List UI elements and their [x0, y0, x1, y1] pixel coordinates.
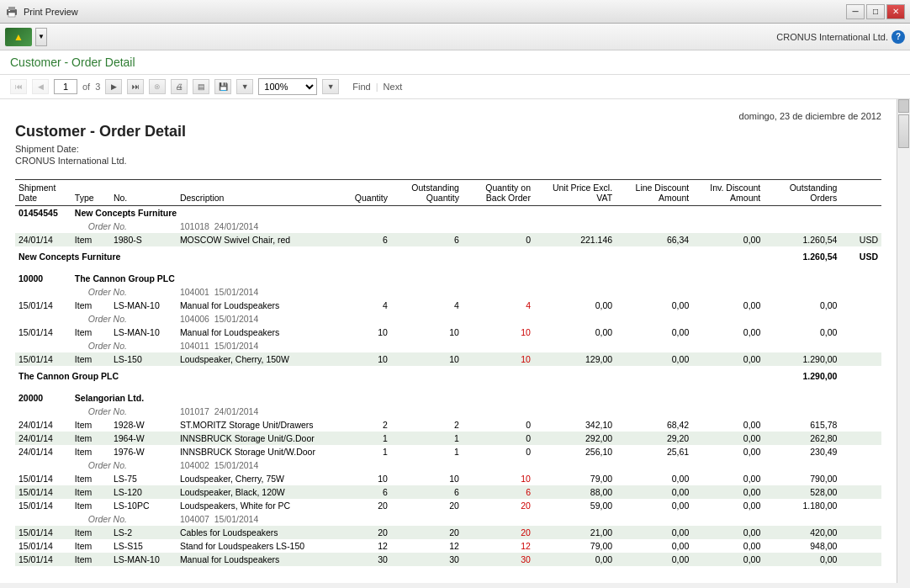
item-no: 1980-S	[110, 233, 177, 246]
content-scroll[interactable]: domingo, 23 de diciembre de 2012 Custome…	[0, 99, 897, 583]
item-outstanding: 528,00	[764, 485, 840, 499]
item-outstanding: 0,00	[764, 326, 840, 339]
item-outstanding: 262,80	[764, 432, 840, 445]
table-row: 15/01/14 Item LS-S15 Stand for Loudspeak…	[15, 539, 881, 553]
title-bar-title: Print Preview	[24, 7, 78, 17]
item-date: 15/01/14	[15, 299, 71, 312]
order-info: 101017 24/01/2014	[177, 405, 881, 418]
item-line-disc: 0,00	[616, 499, 692, 512]
item-date: 24/01/14	[15, 445, 71, 458]
first-page-button[interactable]: ⏮	[10, 79, 27, 94]
item-date: 15/01/14	[15, 485, 71, 499]
item-line-disc: 0,00	[616, 553, 692, 566]
item-unit-price: 0,00	[534, 299, 616, 312]
customer-name: New Concepts Furniture	[71, 206, 881, 220]
table-row: 10000 The Cannon Group PLC	[15, 272, 881, 285]
toolbar-dropdown-button[interactable]: ▼	[35, 28, 47, 46]
item-inv-disc: 0,00	[692, 445, 764, 458]
item-type: Item	[71, 352, 110, 366]
maximize-button[interactable]: □	[866, 4, 885, 19]
item-inv-disc: 0,00	[692, 233, 764, 246]
prev-page-button[interactable]: ◀	[32, 79, 49, 94]
item-desc: Loudspeaker, Cherry, 75W	[177, 472, 335, 485]
item-unit-price: 0,00	[534, 326, 616, 339]
svg-rect-2	[8, 13, 15, 17]
item-inv-disc: 0,00	[692, 472, 764, 485]
print-button[interactable]: 🖨	[171, 79, 188, 94]
item-backorder: 10	[463, 352, 534, 366]
report-title: Customer - Order Detail	[15, 123, 881, 140]
order-info: 104011 15/01/2014	[177, 339, 881, 352]
last-page-button[interactable]: ⏭	[127, 79, 144, 94]
item-out-qty: 10	[391, 326, 463, 339]
item-qty: 10	[335, 352, 391, 366]
order-label	[15, 458, 71, 472]
item-currency	[840, 445, 881, 458]
item-line-disc: 0,00	[616, 526, 692, 539]
item-inv-disc: 0,00	[692, 418, 764, 432]
item-out-qty: 6	[391, 233, 463, 246]
item-currency	[840, 526, 881, 539]
item-no: LS-120	[110, 485, 177, 499]
subtotal-currency: USD	[840, 250, 881, 263]
item-backorder: 4	[463, 299, 534, 312]
item-outstanding: 1.180,00	[764, 499, 840, 512]
item-desc: Manual for Loudspeakers	[177, 553, 335, 566]
nav-bar: ⏮ ◀ of 3 ▶ ⏭ ⊗ 🖨 ▤ 💾 ▼ 100% 75% 150% ▼ F…	[0, 75, 910, 99]
current-page-input[interactable]	[54, 79, 77, 94]
table-row: 01454545 New Concepts Furniture	[15, 206, 881, 220]
zoom-select[interactable]: 100% 75% 150%	[258, 78, 317, 95]
order-info: 104001 15/01/2014	[177, 285, 881, 299]
page-title: Customer - Order Detail	[10, 56, 135, 69]
order-info: 104007 15/01/2014	[177, 512, 881, 526]
more-button[interactable]: ▼	[236, 79, 253, 94]
stop-button[interactable]: ⊗	[149, 79, 166, 94]
order-label	[15, 405, 71, 418]
item-type: Item	[71, 526, 110, 539]
close-button[interactable]: ✕	[886, 4, 905, 19]
export-button[interactable]: 💾	[214, 79, 231, 94]
table-row: 15/01/14 Item LS-MAN-10 Manual for Louds…	[15, 299, 881, 312]
table-row: 15/01/14 Item LS-10PC Loudspeakers, Whit…	[15, 499, 881, 512]
item-out-qty: 10	[391, 472, 463, 485]
layout-button[interactable]: ▤	[193, 79, 209, 94]
item-desc: Loudspeakers, White for PC	[177, 499, 335, 512]
order-no-label: Order No.	[71, 220, 177, 233]
title-bar-left: Print Preview	[5, 5, 78, 19]
item-line-disc: 25,61	[616, 445, 692, 458]
help-button[interactable]: ?	[891, 30, 905, 44]
zoom-dropdown-button[interactable]: ▼	[322, 79, 339, 94]
item-desc: Loudspeaker, Cherry, 150W	[177, 352, 335, 366]
item-type: Item	[71, 499, 110, 512]
table-row: Order No. 104002 15/01/2014	[15, 458, 881, 472]
item-inv-disc: 0,00	[692, 352, 764, 366]
order-no-label: Order No.	[71, 405, 177, 418]
item-unit-price: 292,00	[534, 432, 616, 445]
scrollbar[interactable]	[897, 99, 910, 583]
table-row	[15, 263, 881, 272]
minimize-button[interactable]: ─	[846, 4, 865, 19]
item-currency	[840, 418, 881, 432]
item-no: 1928-W	[110, 418, 177, 432]
order-label	[15, 339, 71, 352]
report-shipment-label: Shipment Date:	[15, 144, 881, 154]
item-out-qty: 4	[391, 299, 463, 312]
item-backorder: 12	[463, 539, 534, 553]
item-no: LS-S15	[110, 539, 177, 553]
item-outstanding: 0,00	[764, 299, 840, 312]
item-line-disc: 0,00	[616, 352, 692, 366]
col-header-backorder: Quantity on Back Order	[463, 180, 534, 206]
item-unit-price: 79,00	[534, 472, 616, 485]
table-row: Order No. 104006 15/01/2014	[15, 312, 881, 326]
item-out-qty: 20	[391, 526, 463, 539]
item-unit-price: 129,00	[534, 352, 616, 366]
item-date: 15/01/14	[15, 326, 71, 339]
col-header-type: Type	[71, 180, 110, 206]
next-label[interactable]: Next	[384, 82, 403, 92]
item-out-qty: 2	[391, 418, 463, 432]
col-header-outstanding-qty: Outstanding Quantity	[391, 180, 463, 206]
app-toolbar: ▼ CRONUS International Ltd. ?	[0, 24, 910, 50]
col-header-inv-discount: Inv. Discount Amount	[692, 180, 764, 206]
item-desc: INNSBRUCK Storage Unit/G.Door	[177, 432, 335, 445]
next-page-button[interactable]: ▶	[105, 79, 122, 94]
